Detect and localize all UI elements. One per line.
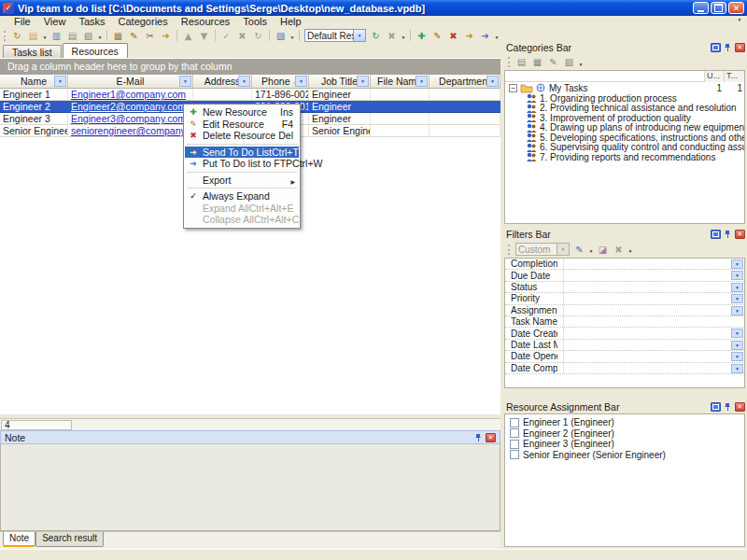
menu-item-edit-resource[interactable]: Edit Resource F4 (185, 119, 299, 131)
column-header-file-name[interactable]: File Name (371, 75, 430, 89)
edit-task-button[interactable]: ✎ (126, 29, 142, 43)
delete-category-button[interactable]: ▧ (561, 55, 577, 69)
column-header-name[interactable]: Name (0, 75, 68, 89)
menu-resources[interactable]: Resources (175, 16, 237, 28)
tab-tasks-list[interactable]: Tasks list (3, 45, 62, 58)
filter-dropdown-icon[interactable] (731, 352, 743, 361)
note-close-icon[interactable] (486, 433, 496, 442)
menu-tasks[interactable]: Tasks (72, 16, 111, 28)
email-link[interactable]: Engineer3@company.com (71, 113, 186, 124)
menu-tools[interactable]: Tools (236, 16, 274, 28)
address-filter-icon[interactable] (238, 76, 250, 87)
column-u[interactable]: U... (704, 71, 724, 82)
file-group-overflow-icon[interactable] (96, 30, 104, 41)
email-link[interactable]: Engineer2@company.com (71, 101, 186, 112)
category-item[interactable]: 3. Improvement of production quality (505, 113, 744, 123)
send-task-button[interactable]: ➜ (158, 29, 174, 43)
category-item[interactable]: 1. Organizing production process (505, 93, 744, 104)
complete-task-button[interactable]: ✓ (218, 29, 234, 43)
tab-resources[interactable]: Resources (63, 43, 128, 58)
name-filter-icon[interactable] (54, 76, 66, 87)
resource-toolbar-overflow-icon[interactable] (493, 30, 500, 41)
delete-resource-button[interactable] (445, 29, 461, 43)
clear-resource-button[interactable]: ✖ (384, 29, 400, 43)
pin-icon[interactable] (724, 402, 732, 412)
menu-item-send-to-do-list[interactable]: Send To Do List Ctrl+T (185, 147, 299, 159)
categories-minimize-icon[interactable] (711, 43, 721, 52)
menu-help[interactable]: Help (274, 16, 308, 28)
toolbar-grip[interactable] (4, 31, 7, 41)
column-header-email[interactable]: E-Mail (68, 75, 193, 89)
categories-toolbar-overflow-icon[interactable] (577, 57, 585, 68)
filter-preset-combo[interactable]: Custom (515, 243, 570, 256)
table-row[interactable]: Engineer 1 Engineer1@company.com 171-896… (0, 89, 500, 101)
apply-filter-button[interactable]: ✎ (571, 243, 587, 257)
groupby-bar[interactable]: Drag a column header here to group by th… (0, 59, 500, 75)
column-header-phone[interactable]: Phone△ (252, 75, 309, 89)
note-content[interactable] (0, 444, 500, 531)
menu-file[interactable]: File (7, 16, 37, 28)
close-button[interactable] (728, 2, 744, 14)
edit-category-button[interactable]: ✎ (545, 55, 561, 69)
pin-icon[interactable] (724, 43, 732, 52)
tab-search-result[interactable]: Search result (35, 532, 104, 547)
column-header-job-title[interactable]: Job Title (309, 75, 371, 89)
menu-view[interactable]: View (37, 16, 73, 28)
menu-categories[interactable]: Categories (112, 16, 175, 28)
resource-group-overflow-icon[interactable] (400, 30, 407, 41)
filter-dropdown-icon[interactable] (731, 294, 743, 303)
filter-dropdown-icon[interactable] (731, 271, 743, 280)
default-resource-dropdown-icon[interactable] (353, 30, 365, 41)
assignment-minimize-icon[interactable] (711, 402, 721, 412)
checkbox[interactable] (510, 440, 519, 449)
filter-dropdown-icon[interactable] (731, 341, 743, 350)
filter-preset-dropdown-icon[interactable] (557, 244, 569, 255)
column-t[interactable]: T... (724, 71, 744, 82)
collapse-icon[interactable]: − (509, 84, 517, 92)
clear-filter-button[interactable]: ◪ (595, 243, 611, 257)
filter-dropdown-icon[interactable] (731, 259, 743, 269)
menu-item-export[interactable]: Export (185, 175, 299, 187)
tree-root-my-tasks[interactable]: − My Tasks 1 1 (505, 82, 744, 93)
new-database-button[interactable]: ↻ (9, 29, 25, 43)
menubar-overflow-icon[interactable] (736, 16, 743, 22)
filters-toolbar-overflow-icon[interactable] (627, 244, 634, 255)
tab-note[interactable]: Note (3, 532, 35, 547)
menu-item-put-to-ftp[interactable]: Put To Do list to FTP Ctrl+W (185, 158, 299, 170)
edit-resource-button[interactable] (430, 29, 445, 43)
print-preview-button[interactable]: ▧ (80, 29, 96, 43)
column-header-address[interactable]: Address (193, 75, 252, 89)
cancel-task-button[interactable]: ✖ (234, 29, 250, 43)
category-item[interactable]: 4. Drawing up plans of introducing new e… (505, 123, 744, 133)
checkbox[interactable] (510, 450, 519, 459)
toolbar-grip[interactable] (508, 57, 511, 67)
move-up-button[interactable]: ▲ (180, 29, 196, 43)
category-item[interactable]: 7. Providing reports and recommendations (505, 152, 744, 162)
category-item[interactable]: 5. Developing specifications, instructio… (505, 133, 744, 143)
menu-item-expand-all[interactable]: Expand All Ctrl+Alt+E (185, 203, 299, 215)
open-dropdown-icon[interactable] (41, 30, 49, 41)
apply-resource-button[interactable]: ↻ (368, 29, 384, 43)
menu-item-new-resource[interactable]: New Resource Ins (185, 106, 299, 119)
new-resource-button[interactable] (414, 29, 430, 43)
new-task-button[interactable]: ▦ (110, 29, 126, 43)
filter-dropdown-icon[interactable] (731, 364, 743, 373)
refresh-task-button[interactable]: ↻ (250, 29, 266, 43)
menu-item-collapse-all[interactable]: Collapse All Ctrl+Alt+C (185, 214, 299, 226)
ftp-button[interactable] (477, 29, 493, 43)
category-item[interactable]: 2. Providing technical assistance and re… (505, 104, 744, 114)
move-down-button[interactable]: ▼ (196, 29, 212, 43)
category-item[interactable]: 6. Supervising quality control and condu… (505, 143, 744, 153)
email-link[interactable]: Engineer1@company.com (71, 89, 186, 100)
delete-task-button[interactable]: ✂ (142, 29, 158, 43)
filter-dropdown-icon[interactable] (731, 306, 743, 315)
minimize-button[interactable] (693, 2, 709, 14)
reports-dropdown-icon[interactable] (289, 30, 296, 41)
new-category-button[interactable]: ▤ (514, 55, 529, 69)
pin-icon[interactable] (474, 433, 483, 442)
assignment-close-icon[interactable] (735, 402, 745, 412)
print-button[interactable]: ▤ (64, 29, 80, 43)
column-header-department[interactable]: Department (430, 75, 500, 89)
reports-button[interactable]: ▨ (273, 29, 289, 43)
send-todo-button[interactable] (461, 29, 477, 43)
